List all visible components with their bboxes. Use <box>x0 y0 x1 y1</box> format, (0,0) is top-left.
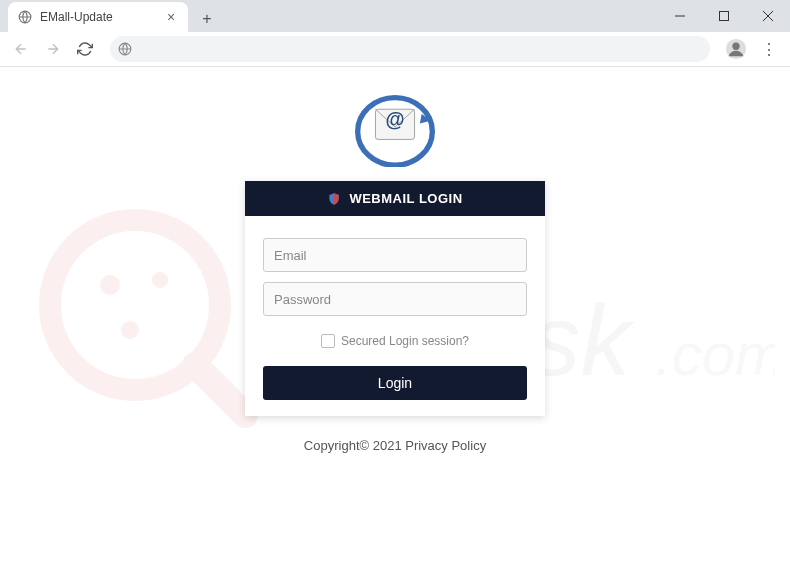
svg-line-9 <box>195 365 245 415</box>
address-bar[interactable] <box>110 36 710 62</box>
kebab-menu-icon[interactable]: ⋮ <box>756 36 782 62</box>
window-controls <box>658 0 790 32</box>
secured-session-row: Secured Login session? <box>263 334 527 348</box>
close-icon[interactable]: × <box>164 10 178 24</box>
minimize-button[interactable] <box>658 0 702 32</box>
profile-button[interactable] <box>722 35 750 63</box>
shield-icon <box>327 192 341 206</box>
close-window-button[interactable] <box>746 0 790 32</box>
login-button[interactable]: Login <box>263 366 527 400</box>
login-card: WEBMAIL LOGIN Secured Login session? Log… <box>245 181 545 416</box>
svg-text:.com: .com <box>655 321 775 388</box>
browser-chrome: EMall-Update × + <box>0 0 790 67</box>
reload-button[interactable] <box>72 36 98 62</box>
browser-toolbar: ⋮ <box>0 32 790 66</box>
svg-point-10 <box>100 275 120 295</box>
page-content: PC risk .com @ WEBMAIL LOGIN Secured Log… <box>0 67 790 562</box>
card-header: WEBMAIL LOGIN <box>245 181 545 216</box>
browser-tab[interactable]: EMall-Update × <box>8 2 188 32</box>
maximize-button[interactable] <box>702 0 746 32</box>
back-button[interactable] <box>8 36 34 62</box>
titlebar: EMall-Update × + <box>0 0 790 32</box>
secured-session-checkbox[interactable] <box>321 334 335 348</box>
email-field[interactable] <box>263 238 527 272</box>
svg-point-12 <box>121 321 139 339</box>
forward-button[interactable] <box>40 36 66 62</box>
svg-point-8 <box>50 220 220 390</box>
svg-text:@: @ <box>385 108 404 130</box>
svg-point-11 <box>152 272 168 288</box>
tab-title: EMall-Update <box>40 10 164 24</box>
svg-point-7 <box>732 43 739 50</box>
globe-icon <box>18 10 32 24</box>
card-body: Secured Login session? Login <box>245 216 545 416</box>
globe-icon <box>118 42 132 56</box>
new-tab-button[interactable]: + <box>194 6 220 32</box>
password-field[interactable] <box>263 282 527 316</box>
email-logo: @ <box>350 87 440 171</box>
secured-session-label: Secured Login session? <box>341 334 469 348</box>
card-header-title: WEBMAIL LOGIN <box>349 191 462 206</box>
footer-text: Copyright© 2021 Privacy Policy <box>304 438 486 453</box>
svg-rect-2 <box>720 12 729 21</box>
